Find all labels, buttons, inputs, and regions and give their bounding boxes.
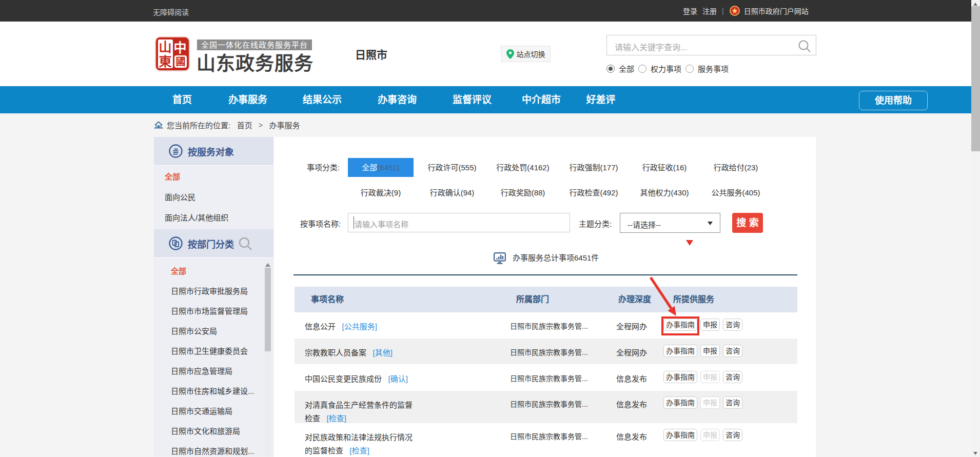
svg-text:山: 山 <box>159 40 171 54</box>
svg-text:國: 國 <box>175 56 185 67</box>
svg-text:東: 東 <box>159 54 171 69</box>
svg-text:中: 中 <box>173 41 186 55</box>
